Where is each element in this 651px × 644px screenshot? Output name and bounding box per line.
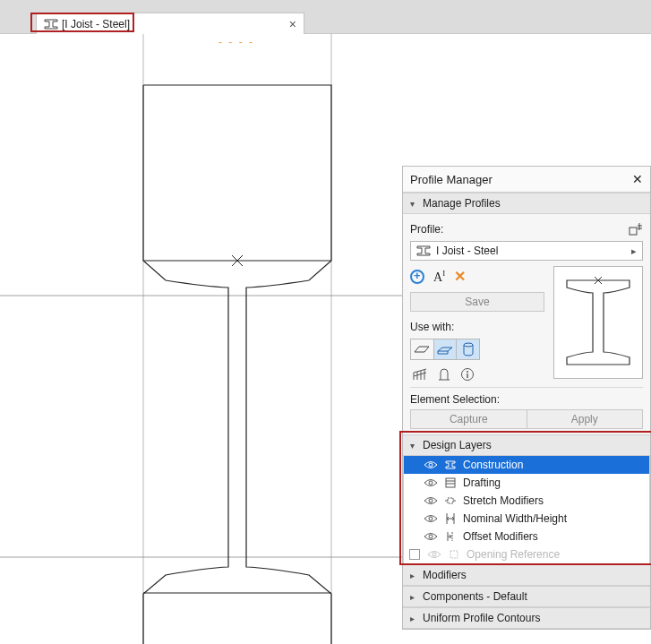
delete-profile-button[interactable]: ✕ <box>454 268 466 285</box>
profile-select[interactable]: I Joist - Steel ▸ <box>410 241 643 261</box>
svg-point-29 <box>429 535 433 538</box>
capture-button[interactable]: Capture <box>410 409 527 429</box>
layer-opening-reference[interactable]: Opening Reference <box>404 545 649 563</box>
visibility-icon[interactable] <box>424 513 438 524</box>
svg-rect-8 <box>630 228 637 235</box>
visibility-icon[interactable] <box>424 495 438 506</box>
use-with-toggle <box>410 339 480 360</box>
layer-stretch-modifiers[interactable]: Stretch Modifiers <box>404 492 649 510</box>
panel-header[interactable]: Profile Manager ✕ <box>403 167 650 193</box>
visibility-icon[interactable] <box>424 459 438 470</box>
visibility-icon[interactable] <box>424 531 438 542</box>
chevron-right-icon <box>410 614 423 623</box>
svg-point-9 <box>464 343 473 347</box>
panel-title: Profile Manager <box>410 173 493 186</box>
apply-button[interactable]: Apply <box>527 409 644 429</box>
ibeam-icon <box>44 18 58 30</box>
use-with-label: Use with: <box>410 321 544 333</box>
visibility-icon[interactable] <box>427 549 441 560</box>
layer-drafting[interactable]: Drafting <box>404 474 649 492</box>
layer-label: Offset Modifiers <box>463 530 538 543</box>
svg-point-12 <box>467 371 468 373</box>
panel-close-icon[interactable]: ✕ <box>632 172 643 186</box>
chevron-right-icon <box>410 592 423 602</box>
ibeam-icon <box>416 245 431 257</box>
window-titlebar <box>0 0 651 13</box>
element-selection-label: Element Selection: <box>410 387 643 409</box>
layer-nominal-wh[interactable]: Nominal Width/Height <box>404 510 649 528</box>
dimension-icon <box>443 512 458 525</box>
new-profile-button[interactable] <box>410 270 424 284</box>
info-icon[interactable] <box>460 367 475 382</box>
tab-title: [I Joist - Steel] <box>62 18 289 30</box>
svg-rect-22 <box>448 498 453 503</box>
construction-icon <box>443 459 458 471</box>
chevron-down-icon <box>410 441 423 451</box>
design-layers-list: Construction Drafting Stretch Modifiers <box>403 456 650 564</box>
section-label: Components - Default <box>423 590 527 603</box>
svg-point-32 <box>433 553 436 556</box>
offset-icon <box>443 530 458 543</box>
layer-label: Construction <box>463 459 523 471</box>
section-design-layers[interactable]: Design Layers <box>403 434 650 456</box>
use-with-object-icon[interactable] <box>437 367 451 382</box>
layer-checkbox[interactable] <box>409 549 420 560</box>
layer-label: Nominal Width/Height <box>463 512 567 525</box>
section-components[interactable]: Components - Default <box>403 586 650 607</box>
chevron-down-icon <box>410 199 423 209</box>
section-label: Design Layers <box>423 439 492 451</box>
svg-rect-13 <box>467 374 467 378</box>
svg-rect-18 <box>446 478 455 487</box>
profile-manager-panel: Profile Manager ✕ Manage Profiles Profil… <box>402 166 651 630</box>
use-with-beam[interactable] <box>434 339 458 359</box>
svg-point-21 <box>429 499 433 502</box>
rename-profile-button[interactable]: AI <box>433 269 445 285</box>
visibility-icon[interactable] <box>424 477 438 488</box>
opening-icon <box>447 548 461 561</box>
use-with-column[interactable] <box>457 339 479 359</box>
layer-construction[interactable]: Construction <box>404 456 649 474</box>
layer-label: Stretch Modifiers <box>463 494 544 507</box>
section-label: Manage Profiles <box>423 197 501 210</box>
profile-label: Profile: <box>410 223 443 236</box>
chevron-right-icon <box>410 571 423 580</box>
svg-point-25 <box>429 517 433 520</box>
svg-rect-33 <box>450 551 458 558</box>
tab-strip: [I Joist - Steel] × <box>0 13 651 34</box>
manage-profiles-body: Profile: I Joist - Steel ▸ AI ✕ Save Use… <box>403 214 650 434</box>
caret-right-icon: ▸ <box>631 245 637 257</box>
layer-label: Opening Reference <box>467 548 560 561</box>
section-modifiers[interactable]: Modifiers <box>403 564 650 586</box>
drafting-icon <box>443 477 458 489</box>
layer-offset-modifiers[interactable]: Offset Modifiers <box>404 528 649 545</box>
profile-name: I Joist - Steel <box>436 245 631 257</box>
use-with-handrail-icon[interactable] <box>412 367 428 382</box>
section-manage-profiles[interactable]: Manage Profiles <box>403 193 650 214</box>
svg-point-17 <box>429 481 433 485</box>
profile-settings-icon[interactable] <box>629 223 643 236</box>
tab-close-icon[interactable]: × <box>289 17 296 31</box>
svg-point-16 <box>429 463 433 467</box>
document-tab[interactable]: [I Joist - Steel] × <box>36 13 304 34</box>
profile-preview <box>553 266 643 379</box>
use-with-wall[interactable] <box>411 339 434 359</box>
section-label: Uniform Profile Contours <box>423 612 540 624</box>
layer-label: Drafting <box>463 477 501 489</box>
save-button[interactable]: Save <box>410 292 544 312</box>
section-contours[interactable]: Uniform Profile Contours <box>403 607 650 629</box>
stretch-icon <box>443 494 458 507</box>
section-label: Modifiers <box>423 569 467 581</box>
